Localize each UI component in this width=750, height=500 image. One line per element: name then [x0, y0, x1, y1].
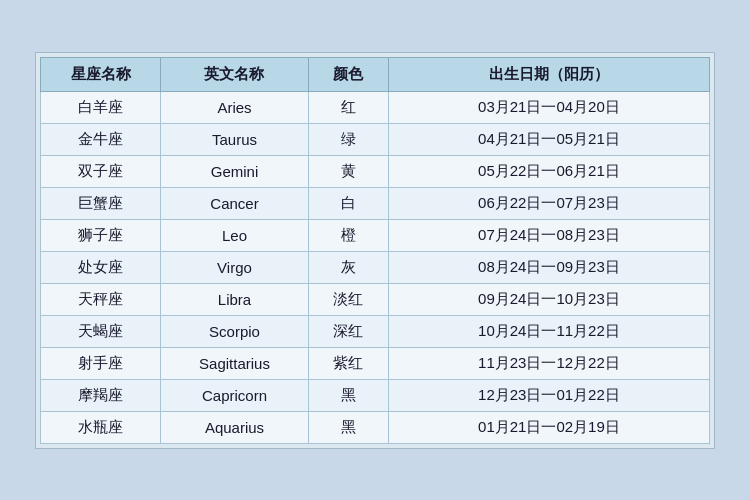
cell-zh-name: 天秤座 [41, 283, 161, 315]
zodiac-table: 星座名称 英文名称 颜色 出生日期（阳历） 白羊座Aries红03月21日一04… [40, 57, 710, 444]
cell-color: 黄 [308, 155, 388, 187]
cell-en-name: Scorpio [161, 315, 308, 347]
cell-zh-name: 处女座 [41, 251, 161, 283]
cell-color: 橙 [308, 219, 388, 251]
table-row: 金牛座Taurus绿04月21日一05月21日 [41, 123, 710, 155]
cell-zh-name: 水瓶座 [41, 411, 161, 443]
cell-date: 06月22日一07月23日 [388, 187, 709, 219]
cell-zh-name: 双子座 [41, 155, 161, 187]
table-row: 白羊座Aries红03月21日一04月20日 [41, 91, 710, 123]
cell-zh-name: 射手座 [41, 347, 161, 379]
table-row: 狮子座Leo橙07月24日一08月23日 [41, 219, 710, 251]
table-row: 处女座Virgo灰08月24日一09月23日 [41, 251, 710, 283]
cell-en-name: Virgo [161, 251, 308, 283]
cell-zh-name: 金牛座 [41, 123, 161, 155]
cell-date: 04月21日一05月21日 [388, 123, 709, 155]
cell-date: 05月22日一06月21日 [388, 155, 709, 187]
cell-color: 深红 [308, 315, 388, 347]
cell-date: 01月21日一02月19日 [388, 411, 709, 443]
table-row: 巨蟹座Cancer白06月22日一07月23日 [41, 187, 710, 219]
cell-zh-name: 狮子座 [41, 219, 161, 251]
cell-date: 08月24日一09月23日 [388, 251, 709, 283]
cell-color: 红 [308, 91, 388, 123]
cell-color: 绿 [308, 123, 388, 155]
cell-date: 11月23日一12月22日 [388, 347, 709, 379]
cell-en-name: Capricorn [161, 379, 308, 411]
cell-date: 12月23日一01月22日 [388, 379, 709, 411]
cell-date: 07月24日一08月23日 [388, 219, 709, 251]
cell-en-name: Aries [161, 91, 308, 123]
cell-date: 09月24日一10月23日 [388, 283, 709, 315]
cell-en-name: Sagittarius [161, 347, 308, 379]
cell-en-name: Aquarius [161, 411, 308, 443]
cell-en-name: Leo [161, 219, 308, 251]
table-row: 双子座Gemini黄05月22日一06月21日 [41, 155, 710, 187]
cell-date: 10月24日一11月22日 [388, 315, 709, 347]
cell-zh-name: 摩羯座 [41, 379, 161, 411]
cell-en-name: Taurus [161, 123, 308, 155]
header-date: 出生日期（阳历） [388, 57, 709, 91]
cell-color: 白 [308, 187, 388, 219]
cell-date: 03月21日一04月20日 [388, 91, 709, 123]
table-row: 摩羯座Capricorn黑12月23日一01月22日 [41, 379, 710, 411]
cell-color: 紫红 [308, 347, 388, 379]
zodiac-table-container: 星座名称 英文名称 颜色 出生日期（阳历） 白羊座Aries红03月21日一04… [35, 52, 715, 449]
table-row: 天秤座Libra淡红09月24日一10月23日 [41, 283, 710, 315]
cell-zh-name: 天蝎座 [41, 315, 161, 347]
table-row: 射手座Sagittarius紫红11月23日一12月22日 [41, 347, 710, 379]
table-row: 天蝎座Scorpio深红10月24日一11月22日 [41, 315, 710, 347]
table-header-row: 星座名称 英文名称 颜色 出生日期（阳历） [41, 57, 710, 91]
cell-en-name: Cancer [161, 187, 308, 219]
header-zh-name: 星座名称 [41, 57, 161, 91]
cell-en-name: Libra [161, 283, 308, 315]
header-en-name: 英文名称 [161, 57, 308, 91]
cell-color: 淡红 [308, 283, 388, 315]
table-row: 水瓶座Aquarius黑01月21日一02月19日 [41, 411, 710, 443]
cell-color: 黑 [308, 411, 388, 443]
cell-zh-name: 白羊座 [41, 91, 161, 123]
cell-en-name: Gemini [161, 155, 308, 187]
cell-color: 黑 [308, 379, 388, 411]
cell-color: 灰 [308, 251, 388, 283]
cell-zh-name: 巨蟹座 [41, 187, 161, 219]
header-color: 颜色 [308, 57, 388, 91]
